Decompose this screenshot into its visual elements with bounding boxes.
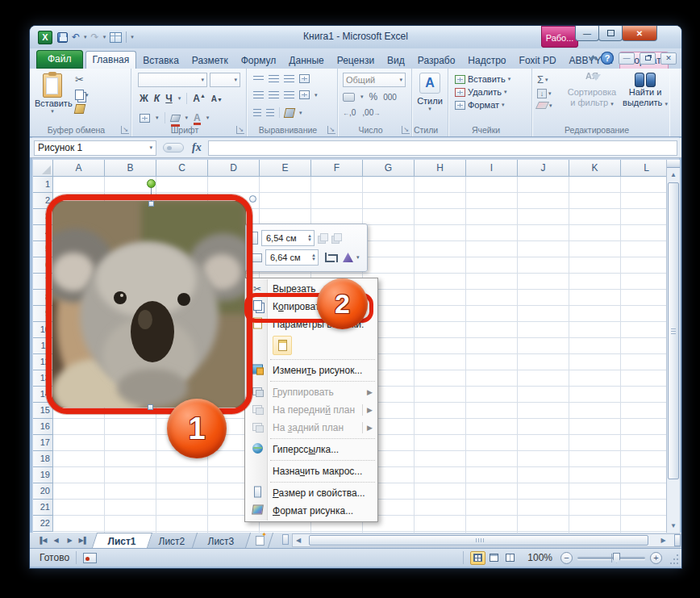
scroll-down-icon[interactable]: ▼ xyxy=(668,520,679,532)
column-header[interactable]: B xyxy=(105,160,156,177)
sort-filter-button[interactable]: АЯ Сортировкаи фильтр ▾ xyxy=(563,73,621,109)
sheet-tab[interactable]: Лист3 xyxy=(192,533,251,548)
find-select-button[interactable]: Найти ивыделить ▾ xyxy=(623,73,668,109)
increase-indent-icon[interactable] xyxy=(266,109,274,116)
scroll-right-icon[interactable]: ▶ xyxy=(657,534,669,546)
vertical-split-handle[interactable] xyxy=(667,160,680,168)
doc-close-button[interactable]: ✕ xyxy=(660,52,677,65)
dialog-launcher-icon[interactable]: ↘ xyxy=(327,126,335,134)
corner-handle-top-right[interactable] xyxy=(249,195,256,203)
scroll-up-icon[interactable]: ▲ xyxy=(668,169,679,181)
font-size-select[interactable]: ▾ xyxy=(210,73,240,87)
menu-item-assign-macro[interactable]: Назначить макрос... xyxy=(246,462,377,480)
row-header[interactable]: 17 xyxy=(33,435,53,451)
normal-view-button[interactable] xyxy=(470,551,485,565)
align-bottom-icon[interactable] xyxy=(284,75,294,82)
edge-handle-bottom[interactable] xyxy=(148,404,153,410)
font-color-icon[interactable]: А xyxy=(194,112,201,123)
formula-bar-handle[interactable] xyxy=(163,143,184,153)
crop-icon[interactable] xyxy=(325,253,335,262)
scroll-left-icon[interactable]: ◀ xyxy=(293,534,305,546)
last-sheet-icon[interactable]: ▶▌ xyxy=(77,534,90,546)
send-backward-icon[interactable] xyxy=(331,233,342,243)
horizontal-scroll-thumb[interactable] xyxy=(309,535,648,546)
first-sheet-icon[interactable]: ▐◀ xyxy=(36,534,48,546)
help-icon[interactable]: ? xyxy=(601,52,614,65)
ribbon-tab[interactable]: Главная xyxy=(85,51,137,69)
next-sheet-icon[interactable]: ▶ xyxy=(64,534,76,546)
format-cells-button[interactable]: Формат▾ xyxy=(455,100,510,110)
ribbon-tab[interactable]: Foxit PD xyxy=(513,52,563,69)
column-header[interactable]: F xyxy=(311,160,363,177)
zoom-track[interactable] xyxy=(577,557,645,559)
fill-button[interactable]: ↓▾ xyxy=(537,89,552,98)
page-layout-view-button[interactable] xyxy=(486,551,502,565)
wrap-text-icon[interactable] xyxy=(284,108,296,118)
doc-restore-button[interactable] xyxy=(640,52,656,65)
delete-cells-button[interactable]: Удалить▾ xyxy=(455,87,510,97)
rotate-dropdown-icon[interactable]: ▾ xyxy=(356,254,360,261)
column-header[interactable]: D xyxy=(208,160,260,177)
menu-item-hyperlink[interactable]: Гиперссылка... xyxy=(246,441,377,458)
menu-item-size-properties[interactable]: Размер и свойства... xyxy=(246,484,377,502)
ribbon-tab[interactable]: Разметк xyxy=(185,52,235,69)
column-header[interactable]: A xyxy=(53,160,105,177)
horizontal-scrollbar[interactable]: ◀ ▶ xyxy=(292,533,681,547)
menu-item-group[interactable]: Группировать ▶ xyxy=(246,383,377,401)
select-all-corner[interactable] xyxy=(33,160,53,177)
prev-sheet-icon[interactable]: ◀ xyxy=(50,534,62,546)
page-break-view-button[interactable] xyxy=(502,551,518,565)
menu-item-send-backward[interactable]: На задний план ▶ xyxy=(246,419,377,437)
maximize-button[interactable] xyxy=(598,26,623,41)
column-header[interactable]: L xyxy=(621,160,666,177)
cell-styles-button[interactable]: А Стили ▾ xyxy=(416,73,444,112)
height-spinner[interactable]: ▲▼ xyxy=(307,234,312,242)
shrink-font-button[interactable]: А▼ xyxy=(211,94,223,103)
column-header[interactable]: K xyxy=(569,160,621,177)
orientation-icon[interactable] xyxy=(299,74,310,83)
resize-grip[interactable] xyxy=(669,554,679,564)
zoom-thumb[interactable] xyxy=(613,553,620,563)
column-header[interactable]: G xyxy=(363,160,415,177)
ribbon-tab[interactable]: Файл xyxy=(36,50,83,69)
insert-function-icon[interactable]: fx xyxy=(192,141,202,154)
zoom-level[interactable]: 100% xyxy=(527,552,552,563)
column-header[interactable]: J xyxy=(518,160,569,177)
vertical-scroll-thumb[interactable] xyxy=(668,182,679,479)
copy-button[interactable]: ▾ xyxy=(75,90,89,100)
decrease-decimal-icon[interactable]: ,00→ xyxy=(362,108,380,117)
fill-color-icon[interactable] xyxy=(171,111,180,125)
sheet-tab[interactable]: Лист1 xyxy=(92,533,152,548)
align-right-icon[interactable] xyxy=(284,91,294,98)
decrease-indent-icon[interactable] xyxy=(253,109,261,116)
row-header[interactable]: 18 xyxy=(33,451,53,467)
zoom-in-icon[interactable]: + xyxy=(650,552,662,564)
column-header[interactable]: E xyxy=(260,160,311,177)
doc-minimize-button[interactable]: — xyxy=(619,52,635,65)
ribbon-tab[interactable]: Надстро xyxy=(461,52,512,69)
formula-input[interactable] xyxy=(208,140,677,156)
insert-cells-button[interactable]: Вставить▾ xyxy=(455,74,510,84)
collapse-ribbon-icon[interactable] xyxy=(590,56,598,64)
bring-forward-icon[interactable] xyxy=(318,233,328,243)
column-header[interactable]: I xyxy=(466,160,518,177)
number-format-select[interactable]: Общий▾ xyxy=(343,73,406,87)
dialog-launcher-icon[interactable]: ↘ xyxy=(236,126,244,134)
column-header[interactable]: H xyxy=(415,160,466,177)
height-input[interactable]: 6,54 см▲▼ xyxy=(261,230,315,246)
cut-button[interactable]: ✂ xyxy=(75,73,84,86)
rotate-icon[interactable] xyxy=(343,253,353,262)
width-spinner[interactable]: ▲▼ xyxy=(311,253,316,261)
width-input[interactable]: 6,64 см▲▼ xyxy=(265,249,319,266)
row-header[interactable]: 22 xyxy=(33,516,53,532)
macro-record-icon[interactable] xyxy=(83,553,97,563)
vertical-scrollbar[interactable]: ▲ ▼ xyxy=(666,160,680,533)
percent-style-icon[interactable]: % xyxy=(369,91,378,102)
align-middle-icon[interactable] xyxy=(269,75,279,82)
row-header[interactable]: 20 xyxy=(33,483,53,500)
menu-item-change-picture[interactable]: Изменить рисунок... xyxy=(246,362,377,379)
ribbon-tab[interactable]: Вставка xyxy=(136,52,185,69)
insert-worksheet-button[interactable] xyxy=(247,533,273,548)
dialog-launcher-icon[interactable]: ↘ xyxy=(121,126,129,134)
bold-button[interactable]: Ж xyxy=(140,93,148,104)
